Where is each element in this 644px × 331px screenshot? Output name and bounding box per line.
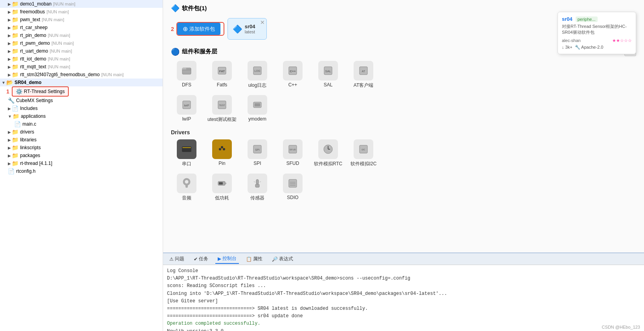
fatfs-icon: FAT xyxy=(212,61,232,80)
sidebar-item-rt_thread[interactable]: ▶ 📁 rt-thread [4.1.1] xyxy=(0,159,163,167)
svg-text:LOG: LOG xyxy=(255,69,261,72)
driver-serial[interactable]: 串口 xyxy=(171,139,202,167)
driver-sdio[interactable]: SDIO xyxy=(277,174,308,201)
sidebar-item-pwm_text[interactable]: ▶ 📁 pwm_text [NUN main] xyxy=(0,16,163,24)
tree-arrow: ▶ xyxy=(8,65,11,69)
svg-point-30 xyxy=(221,146,223,148)
sidebar-item-drivers[interactable]: ▶ 📁 drivers xyxy=(0,128,163,136)
components-emoji-icon: 🔵 xyxy=(171,48,180,56)
sidebar-item-rt_car_sheep[interactable]: ▶ 📁 rt_car_sheep xyxy=(0,24,163,31)
component-ulog[interactable]: LOG ulog日志 xyxy=(242,61,273,89)
component-at_client[interactable]: AT AT客户端 xyxy=(348,61,379,89)
plus-icon: ⊕ xyxy=(183,25,188,33)
sidebar-item-includes[interactable]: ▶ 📄 Includes xyxy=(0,104,163,112)
sidebar-label: packages xyxy=(20,153,40,158)
sidebar-item-applications[interactable]: ▼ 📁 applications xyxy=(0,112,163,120)
sidebar-item-rtt_iot_demo[interactable]: ▶ 📁 rtt_iot_demo [NUN main] xyxy=(0,55,163,63)
packages-section-title: 软件包(1) xyxy=(182,5,207,12)
sidebar-label: main.c xyxy=(22,121,36,127)
sidebar-tag: [NUN main] xyxy=(101,72,124,77)
folder-icon: 📁 xyxy=(12,144,18,151)
tab-problems[interactable]: ⚠ 问题 xyxy=(167,254,187,263)
sidebar-item-rtt_mqtt_text[interactable]: ▶ 📁 rtt_mqtt_text [NUN main] xyxy=(0,63,163,71)
attribution: CSDN @HEbo_123 xyxy=(602,325,640,329)
component-lwip[interactable]: lwIP lwIP xyxy=(171,95,202,123)
sidebar-item-sr04_demo[interactable]: ▼ 📂 SR04_demo xyxy=(0,79,163,86)
sidebar-item-rt_pin_demo[interactable]: ▶ 📁 rt_pin_demo [NUN main] xyxy=(0,31,163,39)
console-line-6: ==============================> sr04 upd… xyxy=(167,313,640,320)
sidebar-item-linkscripts[interactable]: ▶ 📁 linkscripts xyxy=(0,144,163,152)
component-dfs[interactable]: DFS xyxy=(171,61,202,89)
sidebar: ▶ 📁 demo1_moban [NUN main] ▶ 📁 freemodbu… xyxy=(0,0,163,331)
svg-rect-18 xyxy=(255,103,260,106)
i2c-soft-icon: I2C xyxy=(354,139,373,159)
at-client-icon: AT xyxy=(354,61,373,80)
sidebar-label: applications xyxy=(21,113,46,119)
driver-low-power[interactable]: 低功耗 xyxy=(206,174,238,201)
sidebar-item-rt_uart_demo[interactable]: ▶ 📁 rt_uart_demo [NUN main] xyxy=(0,47,163,55)
sidebar-item-rt_pwm_demo[interactable]: ▶ 📁 rt_pwm_demo [NUN main] xyxy=(0,39,163,47)
ymodem-label: ymodem xyxy=(248,116,266,122)
component-ymodem[interactable]: ymodem xyxy=(242,95,273,123)
package-icon: 🔷 xyxy=(233,24,242,34)
sidebar-label: SR04_demo xyxy=(15,80,42,85)
driver-rtc-soft[interactable]: 软件模拟RTC xyxy=(312,139,344,167)
tree-arrow: ▶ xyxy=(8,73,11,77)
tab-expressions[interactable]: 🔎 表达式 xyxy=(270,254,295,263)
tree-arrow: ▶ xyxy=(8,2,11,6)
component-sal[interactable]: SAL SAL xyxy=(312,61,344,89)
folder-icon: 📁 xyxy=(12,64,18,70)
component-utest[interactable]: TEST utest测试框架 xyxy=(206,95,238,123)
tab-tasks[interactable]: ✔ 任务 xyxy=(191,254,211,263)
sidebar-item-main_c[interactable]: 📄 main.c xyxy=(0,120,163,128)
sidebar-item-libraries[interactable]: ▶ 📁 libraries xyxy=(0,136,163,144)
sr04-tooltip-card: sr04 periphe... 对接RT-Thread Sensor框架的HC-… xyxy=(558,12,636,54)
svg-text:lwIP: lwIP xyxy=(184,104,189,107)
components-grid: DFS FAT Fatfs LOG ulog日志 xyxy=(171,61,636,89)
driver-sfud[interactable]: SFUD SFUD xyxy=(277,139,308,167)
folder-icon: 📁 xyxy=(12,32,18,38)
sensor-icon xyxy=(248,174,267,193)
i2c-soft-label: 软件模拟I2C xyxy=(350,161,377,167)
sdio-icon xyxy=(283,174,303,193)
sidebar-item-rt_thread_settings[interactable]: ⚙️ RT-Thread Settings xyxy=(12,86,69,97)
sal-icon: SAL xyxy=(318,61,338,80)
svg-rect-20 xyxy=(183,147,183,148)
console-line-3: Cloning into 'D:\APP_1\RT-ThreadStudio\R… xyxy=(167,290,640,298)
driver-spi[interactable]: SPI SPI xyxy=(242,139,273,167)
sidebar-item-freemodbus[interactable]: ▶ 📁 freemodbus [NUN main] xyxy=(0,8,163,16)
tab-problems-label: 问题 xyxy=(175,256,184,262)
tab-properties[interactable]: 📋 属性 xyxy=(244,254,265,263)
tree-arrow: ▼ xyxy=(8,114,12,119)
package-close-button[interactable]: ✕ xyxy=(260,19,265,26)
tree-arrow: ▼ xyxy=(2,80,6,85)
console-line-5: ==============================> SR04 lat… xyxy=(167,305,640,313)
component-cpp[interactable]: C++ C++ xyxy=(277,61,308,89)
driver-i2c-soft[interactable]: I2C 软件模拟I2C xyxy=(348,139,379,167)
components-section: 🔵 组件和服务层 《 DFS xyxy=(171,47,636,201)
console-icon: ▶ xyxy=(218,256,221,262)
content-area: 🔷 软件包(1) 2 ⊕ 添加软件包 🔷 sr04 xyxy=(163,0,644,331)
sidebar-item-packages[interactable]: ▶ 📁 packages xyxy=(0,152,163,159)
component-fatfs[interactable]: FAT Fatfs xyxy=(206,61,238,89)
svg-rect-49 xyxy=(289,179,297,187)
add-package-button[interactable]: ⊕ 添加软件包 xyxy=(177,23,220,35)
driver-pin[interactable]: Pin xyxy=(206,139,238,167)
tab-console[interactable]: ▶ 控制台 xyxy=(215,254,239,264)
sidebar-item-rtconfig_h[interactable]: 📄 rtconfig.h xyxy=(0,167,163,175)
sidebar-label: rtconfig.h xyxy=(16,168,35,174)
tab-tasks-label: 任务 xyxy=(199,256,208,262)
folder-icon: 📁 xyxy=(12,137,18,143)
driver-sensor[interactable]: 传感器 xyxy=(242,174,273,201)
audio-icon xyxy=(177,174,196,193)
package-card-sr04[interactable]: 🔷 sr04 latest ✕ xyxy=(228,18,267,40)
sidebar-item-rtt_stm32[interactable]: ▶ 📁 rtt_stm32f407zgt6_freemodbus_demo [N… xyxy=(0,71,163,79)
sidebar-item-demo1_moban[interactable]: ▶ 📁 demo1_moban [NUN main] xyxy=(0,0,163,8)
driver-audio[interactable]: 音频 xyxy=(171,174,202,201)
tree-arrow: ▶ xyxy=(8,26,11,30)
tab-console-label: 控制台 xyxy=(222,255,237,262)
file-icon: 📄 xyxy=(14,121,21,127)
sidebar-item-cubemx_settings[interactable]: 🔧 CubeMX Settings xyxy=(0,97,163,104)
serial-label: 串口 xyxy=(182,161,191,167)
tooltip-stats: ★★☆☆☆ xyxy=(612,38,632,43)
